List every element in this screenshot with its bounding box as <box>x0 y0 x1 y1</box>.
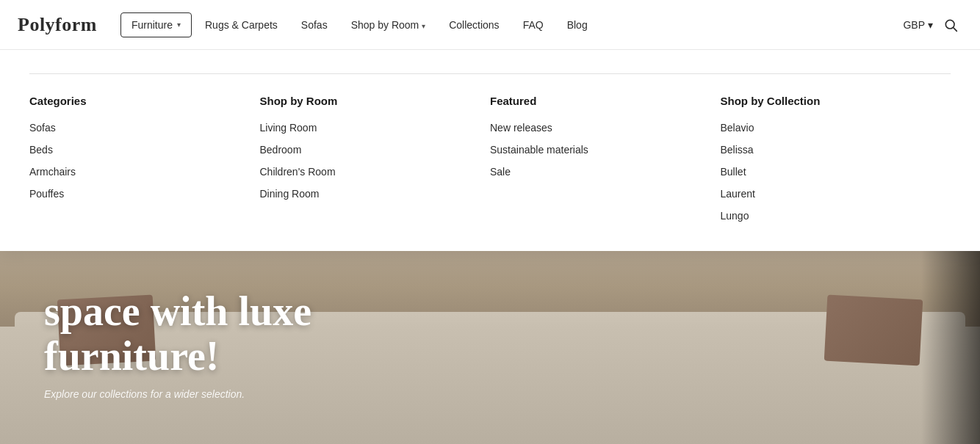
hero-headline-line1: space with luxe <box>44 288 311 334</box>
dropdown-divider <box>29 73 951 74</box>
cushion-right <box>824 295 923 366</box>
nav-label-faq: FAQ <box>523 19 544 31</box>
nav-item-furniture[interactable]: Furniture ▾ <box>120 12 192 37</box>
featured-item-new-releases[interactable]: New releases <box>490 122 721 134</box>
nav-item-blog[interactable]: Blog <box>557 13 598 37</box>
dropdown-col-shop-by-room: Shop by Room Living Room Bedroom Childre… <box>260 95 491 222</box>
nav-label-shop-by-room: Shop by Room <box>351 19 419 31</box>
hero-headline-line2: furniture! <box>44 333 220 379</box>
collection-item-bullet[interactable]: Bullet <box>721 166 951 178</box>
featured-list: New releases Sustainable materials Sale <box>490 122 721 178</box>
room-item-children[interactable]: Children's Room <box>260 166 491 178</box>
chevron-down-icon-2: ▾ <box>422 22 425 30</box>
dropdown-menu: Categories Sofas Beds Armchairs Pouffes … <box>0 50 980 251</box>
chevron-down-icon-currency: ▾ <box>928 19 933 31</box>
nav-item-sofas[interactable]: Sofas <box>291 13 338 37</box>
nav-label-collections: Collections <box>449 19 499 31</box>
hero-headline: space with luxe furniture! <box>44 289 311 379</box>
category-item-pouffes[interactable]: Pouffes <box>29 188 260 200</box>
category-item-armchairs[interactable]: Armchairs <box>29 166 260 178</box>
collection-item-belavio[interactable]: Belavio <box>721 122 951 134</box>
dropdown-col-featured: Featured New releases Sustainable materi… <box>490 95 721 222</box>
nav-label-furniture: Furniture <box>131 19 173 31</box>
svg-line-1 <box>954 28 956 31</box>
collection-item-lungo[interactable]: Lungo <box>721 210 951 222</box>
nav-item-collections[interactable]: Collections <box>439 13 509 37</box>
collection-item-belissa[interactable]: Belissa <box>721 144 951 156</box>
chevron-down-icon: ▾ <box>177 21 181 29</box>
nav-right: GBP ▾ <box>903 13 962 37</box>
hero-text-block: space with luxe furniture! Explore our c… <box>44 289 311 400</box>
categories-header: Categories <box>29 95 260 107</box>
brand-logo[interactable]: Polyform <box>18 14 97 36</box>
dropdown-columns: Categories Sofas Beds Armchairs Pouffes … <box>29 95 951 222</box>
room-item-dining[interactable]: Dining Room <box>260 188 491 200</box>
svg-point-0 <box>945 20 954 29</box>
featured-header: Featured <box>490 95 721 107</box>
room-item-living[interactable]: Living Room <box>260 122 491 134</box>
dropdown-col-collections: Shop by Collection Belavio Belissa Bulle… <box>721 95 951 222</box>
featured-item-sustainable[interactable]: Sustainable materials <box>490 144 721 156</box>
nav-label-rugs: Rugs & Carpets <box>205 19 278 31</box>
nav-item-rugs[interactable]: Rugs & Carpets <box>195 13 288 37</box>
nav-label-blog: Blog <box>567 19 588 31</box>
search-icon <box>943 18 958 32</box>
hero-subtext: Explore our collections for a wider sele… <box>44 388 311 400</box>
nav-item-shop-by-room[interactable]: Shop by Room ▾ <box>341 13 436 37</box>
collection-item-laurent[interactable]: Laurent <box>721 188 951 200</box>
dropdown-col-categories: Categories Sofas Beds Armchairs Pouffes <box>29 95 260 222</box>
nav-items: Furniture ▾ Rugs & Carpets Sofas Shop by… <box>120 12 903 37</box>
collections-list: Belavio Belissa Bullet Laurent Lungo <box>721 122 951 222</box>
collections-header: Shop by Collection <box>721 95 951 107</box>
room-item-bedroom[interactable]: Bedroom <box>260 144 491 156</box>
featured-item-sale[interactable]: Sale <box>490 166 721 178</box>
category-item-sofas[interactable]: Sofas <box>29 122 260 134</box>
currency-selector[interactable]: GBP ▾ <box>903 19 933 31</box>
shop-by-room-list: Living Room Bedroom Children's Room Dini… <box>260 122 491 200</box>
search-button[interactable] <box>939 13 962 37</box>
currency-label: GBP <box>903 19 925 31</box>
categories-list: Sofas Beds Armchairs Pouffes <box>29 122 260 200</box>
shop-by-room-header: Shop by Room <box>260 95 491 107</box>
nav-item-faq[interactable]: FAQ <box>513 13 554 37</box>
category-item-beds[interactable]: Beds <box>29 144 260 156</box>
nav-label-sofas: Sofas <box>301 19 328 31</box>
navbar: Polyform Furniture ▾ Rugs & Carpets Sofa… <box>0 0 980 50</box>
